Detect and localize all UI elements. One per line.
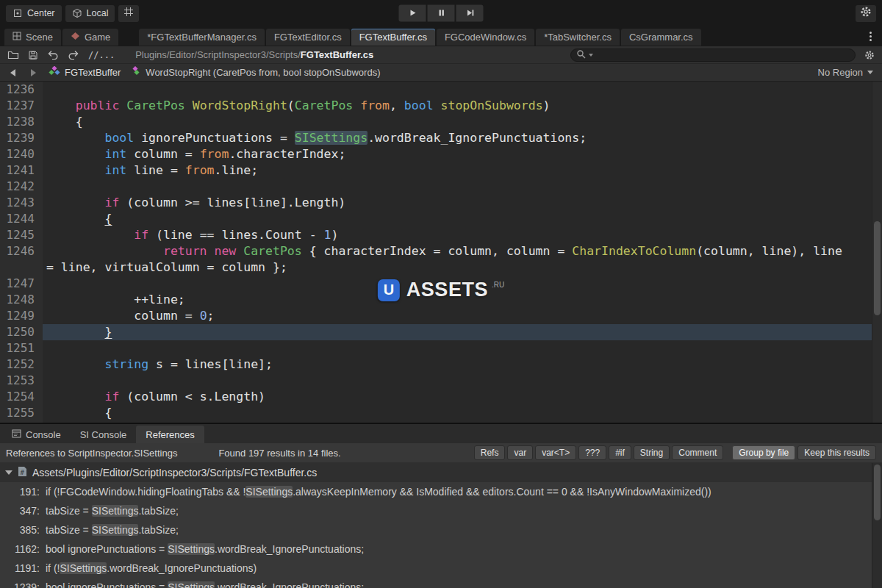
filter-button[interactable]: Keep this results [797,445,876,460]
code-line[interactable]: 1239 bool ignorePunctuations = SISetting… [0,130,872,146]
code-editor[interactable]: 12361237 public CaretPos WordStopRight(C… [0,81,882,423]
cube-icon [72,6,82,21]
step-button[interactable] [456,5,484,22]
result-row[interactable]: 385:tabSize = SISettings.tabSize; [0,520,872,539]
navigate-forward-button[interactable] [25,65,41,80]
redo-icon[interactable] [68,48,79,62]
breadcrumb-path: Plugins/Editor/ScriptInspector3/Scripts/ [135,49,301,60]
search-icon [576,49,586,62]
filter-button[interactable]: var [507,445,533,460]
filter-button[interactable]: String [634,445,670,460]
editor-scrollbar-thumb[interactable] [874,221,881,315]
orientation-local-button[interactable]: Local [65,5,115,22]
code-text: if (column >= lines[line].Length) [43,195,872,211]
tab-si-console[interactable]: SI Console [71,426,137,443]
grid-snap-button[interactable] [118,5,139,22]
code-line[interactable]: = line, virtualColumn = column }; [0,259,872,276]
filter-button[interactable]: Comment [672,445,723,460]
code-text: int column = from.characterIndex; [43,146,872,162]
forward-icon [31,69,36,76]
tab-scene[interactable]: Scene [4,29,61,46]
filter-button[interactable]: #if [609,445,631,460]
code-line[interactable]: 1240 int column = from.characterIndex; [0,146,872,162]
code-line[interactable]: 1243 if (column >= lines[line].Length) [0,195,872,211]
unity-editor-window: Center Local [0,0,882,588]
search-options-arrow-icon[interactable] [589,54,593,57]
code-line[interactable]: 1249 column = 0; [0,308,872,324]
editor-scrollbar[interactable] [872,82,882,423]
search-box[interactable] [570,49,856,62]
result-row[interactable]: 1162:bool ignorePunctuations = SISetting… [0,539,872,559]
result-line-number: 1239: [0,581,46,588]
file-tab[interactable]: FGTextEditor.cs [266,29,350,46]
orientation-local-label: Local [87,8,109,18]
results-scrollbar-thumb[interactable] [874,465,881,520]
line-number: 1247 [0,276,43,292]
line-number: 1245 [0,227,43,243]
play-button[interactable] [399,5,426,22]
code-line[interactable]: 1241 int line = from.line; [0,162,872,179]
current-member-dropdown[interactable]: WordStopRight (CaretPos from, bool stopO… [128,66,383,79]
code-line[interactable]: 1251 [0,340,872,356]
result-text: bool ignorePunctuations = SISettings.wor… [46,543,364,555]
play-icon [408,7,417,20]
code-line[interactable]: 1244 { [0,211,872,227]
file-tab-strip: *FGTextBufferManager.csFGTextEditor.csFG… [139,29,702,46]
pause-button[interactable] [428,5,455,22]
region-dropdown[interactable]: No Region [818,67,878,78]
code-line[interactable]: 1255 { [0,405,872,421]
references-scope-label: References to ScriptInspector.SISettings [6,448,177,459]
navigate-back-button[interactable] [4,65,21,80]
code-line[interactable]: 1246 return new CaretPos { characterInde… [0,243,872,259]
filter-button[interactable]: ??? [578,445,606,460]
filter-button[interactable]: var<T> [535,445,576,460]
view-tabs: Scene Game [4,29,120,46]
open-file-icon[interactable] [7,48,19,62]
file-tab[interactable]: FGTextBuffer.cs [351,29,435,46]
code-line[interactable]: 1252 string s = lines[line]; [0,356,872,373]
result-row[interactable]: 191:if (!FGCodeWindow.hidingFloatingTabs… [0,482,872,501]
code-line[interactable]: 1242 [0,179,872,195]
toggle-comment-button[interactable]: //... [88,50,115,60]
code-text: return new CaretPos { characterIndex = c… [43,243,872,259]
filter-button[interactable]: Group by file [732,445,795,460]
tab-label: Game [85,32,110,43]
file-tab[interactable]: *TabSwitcher.cs [536,29,620,46]
code-line[interactable]: 1250 } [0,324,872,340]
class-icon [49,66,60,79]
file-tab[interactable]: FGCodeWindow.cs [437,29,534,46]
result-file-header[interactable]: # Assets/Plugins/Editor/ScriptInspector3… [0,463,872,482]
result-row[interactable]: 1191:if (!SISettings.wordBreak_IgnorePun… [0,559,872,578]
save-icon[interactable] [28,48,38,62]
bottom-panel: Console SI Console References References… [0,423,882,588]
current-class-dropdown[interactable]: FGTextBuffer [46,66,123,79]
code-line[interactable]: 1236 [0,82,872,98]
script-settings-gear-icon[interactable] [864,48,875,62]
results-scrollbar[interactable] [872,463,882,588]
code-text [43,179,872,195]
tab-overflow-button[interactable] [863,29,878,43]
code-line[interactable]: 1253 [0,373,872,389]
code-line[interactable]: 1254 if (column < s.Length) [0,389,872,405]
breadcrumb: Plugins/Editor/ScriptInspector3/Scripts/… [135,49,373,60]
line-number: 1237 [0,98,43,114]
result-row[interactable]: 1239:bool ignorePunctuations = SISetting… [0,578,872,588]
tab-game[interactable]: Game [62,29,118,46]
code-line[interactable]: 1237 public CaretPos WordStopRight(Caret… [0,98,872,114]
result-row[interactable]: 347:tabSize = SISettings.tabSize; [0,501,872,520]
code-line[interactable]: 1245 if (line == lines.Count - 1) [0,227,872,243]
foldout-arrow-icon[interactable] [5,470,12,475]
file-tab[interactable]: CsGrammar.cs [621,29,701,46]
tab-references[interactable]: References [136,426,204,443]
code-navigation-bar: FGTextBuffer WordStopRight (CaretPos fro… [0,63,882,81]
line-number: 1254 [0,389,43,405]
code-line[interactable]: 1238 { [0,114,872,130]
pivot-center-button[interactable]: Center [6,5,62,22]
undo-icon[interactable] [47,48,59,62]
console-icon [12,429,21,440]
tab-console[interactable]: Console [2,426,71,443]
file-tab[interactable]: *FGTextBufferManager.cs [139,29,265,46]
search-input[interactable] [596,50,850,60]
filter-button[interactable]: Refs [474,445,506,460]
editor-settings-button[interactable] [856,5,876,22]
